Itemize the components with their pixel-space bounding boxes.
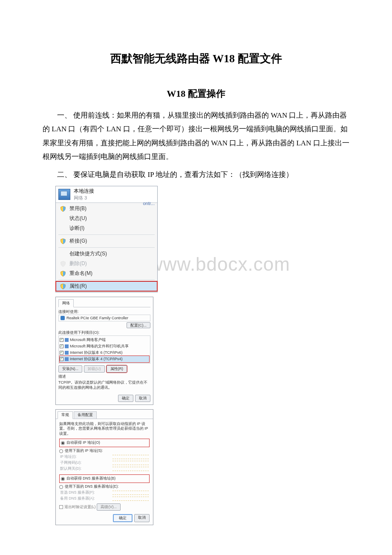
radio-manual-ip[interactable]: 使用下面的 IP 地址(S): [59, 448, 150, 454]
figure-properties-dialog: 网络 连接时使用: Realtek PCIe GBE Family Contro… [55, 297, 349, 405]
menu-rename[interactable]: 重命名(M) [56, 269, 157, 278]
menu-label: 属性(R) [69, 283, 87, 290]
list-item[interactable]: Microsoft 网络客户端 [60, 337, 149, 343]
install-button[interactable]: 安装(N)... [58, 365, 82, 373]
component-icon [65, 344, 69, 348]
item-label: Microsoft 网络客户端 [70, 337, 106, 343]
radio-auto-ip[interactable]: 自动获得 IP 地址(O) [61, 440, 148, 446]
tab-general[interactable]: 常规 [58, 411, 73, 419]
menu-shortcut[interactable]: 创建快捷方式(S) [56, 249, 157, 259]
field-label: 首选 DNS 服务器(P): [60, 490, 95, 495]
item-label: Internet 协议版本 4 (TCP/IPv4) [70, 356, 123, 362]
radio-icon[interactable] [61, 477, 65, 481]
figure-context-menu: 本地连接 网络 3 ontr... 禁用(B) 状态(U) 诊断(I) [55, 186, 349, 292]
tab-alternate[interactable]: 备用配置 [74, 411, 97, 419]
menu-label: 诊断(I) [69, 225, 84, 232]
menu-properties[interactable]: 属性(R) [56, 281, 157, 291]
shield-icon [60, 271, 66, 277]
connection-name: 本地连接 [74, 188, 94, 195]
menu-label: 删除(D) [69, 260, 87, 267]
gateway-field: 默认网关(D): [59, 466, 150, 472]
list-item[interactable]: Internet 协议版本 6 (TCP/IPv6) [60, 350, 149, 356]
configure-button[interactable]: 配置(C)... [127, 322, 150, 328]
shield-icon [60, 261, 66, 267]
checkbox-icon[interactable] [60, 344, 63, 348]
radio-label: 自动获得 IP 地址(O) [66, 440, 100, 445]
menu-label: 创建快捷方式(S) [69, 250, 107, 257]
field-label: 备用 DNS 服务器(A): [60, 496, 95, 501]
connection-header: 本地连接 网络 3 [56, 186, 157, 203]
properties-button[interactable]: 属性(R) [107, 365, 127, 373]
shield-icon [60, 238, 66, 244]
list-item-ipv4[interactable]: Internet 协议版本 4 (TCP/IPv4) [60, 356, 149, 362]
truncated-text: ontr... [143, 201, 155, 206]
ip-input [112, 461, 149, 465]
adapter-name: Realtek PCIe GBE Family Controller [66, 316, 128, 320]
radio-icon[interactable] [59, 449, 63, 453]
radio-manual-dns[interactable]: 使用下面的 DNS 服务器地址(E): [59, 484, 150, 490]
radio-icon[interactable] [61, 441, 65, 445]
components-list: Microsoft 网络客户端 Microsoft 网络的文件和打印机共享 In… [58, 335, 150, 364]
shield-icon [60, 283, 66, 289]
menu-delete[interactable]: 删除(D) [56, 259, 157, 269]
ip-input [112, 491, 149, 495]
spacer-icon [60, 216, 66, 222]
tab-network[interactable]: 网络 [58, 299, 74, 307]
cancel-button[interactable]: 取消 [134, 514, 150, 522]
main-title: 西默智能无线路由器 W18 配置文件 [43, 51, 349, 66]
menu-separator [58, 234, 155, 235]
auto-ip-highlight: 自动获得 IP 地址(O) [59, 439, 150, 447]
menu-status[interactable]: 状态(U) [56, 214, 157, 223]
ip-input [112, 455, 149, 459]
menu-diagnose[interactable]: 诊断(I) [56, 223, 157, 233]
paragraph-1: 一、 使用前连线：如果用的有猫，从猫里接出的网线插到路由器的 WAN 口上，再从… [43, 109, 349, 164]
checkbox-icon[interactable] [60, 357, 63, 361]
ip-field: IP 地址(I): [59, 454, 150, 460]
menu-bridge[interactable]: 桥接(G) [56, 236, 157, 246]
uninstall-button[interactable]: 卸载(U) [84, 365, 105, 373]
sub-title: W18 配置操作 [43, 87, 349, 100]
cancel-button[interactable]: 取消 [135, 395, 150, 402]
items-label: 此连接使用下列项目(O): [58, 330, 150, 335]
component-icon [65, 338, 69, 342]
context-menu: 禁用(B) 状态(U) 诊断(I) 桥接(G) 创建快捷方式(S) [56, 203, 157, 292]
component-icon [65, 357, 69, 361]
dns2-field: 备用 DNS 服务器(A): [59, 496, 150, 502]
menu-disable[interactable]: 禁用(B) [56, 204, 157, 214]
component-icon [65, 351, 69, 355]
ip-input [112, 467, 149, 471]
adapter-icon [61, 316, 65, 320]
checkbox-icon[interactable] [60, 338, 63, 342]
ip-input [112, 497, 149, 501]
list-item[interactable]: Microsoft 网络的文件和打印机共享 [60, 343, 149, 350]
checkbox-icon[interactable] [60, 351, 63, 355]
desc-text: TCP/IP。该协议是默认的广域网络协议，它提供在不同的相互连接的网络上的通讯。 [58, 380, 150, 390]
network-adapter-icon [58, 189, 70, 200]
note-text: 如果网络支持此功能，则可以获取自动指派的 IP 设置。否则，您需要从网络系统管理… [59, 422, 150, 436]
advanced-button[interactable]: 高级(V)... [97, 503, 121, 511]
connection-network: 网络 3 [74, 195, 94, 201]
radio-label: 使用下面的 DNS 服务器地址(E): [65, 484, 118, 489]
figure-tcpip-dialog: 常规 备用配置 如果网络支持此功能，则可以获取自动指派的 IP 设置。否则，您需… [55, 409, 349, 525]
field-label: 子网掩码(U): [60, 460, 81, 465]
item-label: Microsoft 网络的文件和打印机共享 [70, 344, 129, 349]
field-label: IP 地址(I): [60, 454, 77, 460]
menu-label: 重命名(M) [69, 270, 92, 277]
radio-icon[interactable] [59, 485, 63, 489]
dns1-field: 首选 DNS 服务器(P): [59, 490, 150, 496]
menu-label: 禁用(B) [69, 205, 86, 212]
exit-validate-label: 退出时验证设置(L) [64, 505, 95, 510]
radio-auto-dns[interactable]: 自动获得 DNS 服务器地址(B) [61, 476, 148, 482]
menu-separator [58, 280, 155, 280]
item-label: Internet 协议版本 6 (TCP/IPv6) [70, 350, 123, 356]
menu-label: 桥接(G) [69, 237, 87, 245]
spacer-icon [60, 251, 66, 257]
ok-button[interactable]: 确定 [113, 514, 133, 522]
checkbox-icon[interactable] [59, 505, 63, 509]
menu-label: 状态(U) [69, 215, 87, 222]
ok-button[interactable]: 确定 [118, 395, 133, 402]
paragraph-2: 二、 要保证电脑是自动获取 IP 地址的，查看方法如下：（找到网络连接） [43, 168, 349, 182]
radio-label: 使用下面的 IP 地址(S): [65, 448, 103, 454]
auto-dns-highlight: 自动获得 DNS 服务器地址(B) [59, 474, 150, 483]
shield-icon [60, 206, 66, 212]
